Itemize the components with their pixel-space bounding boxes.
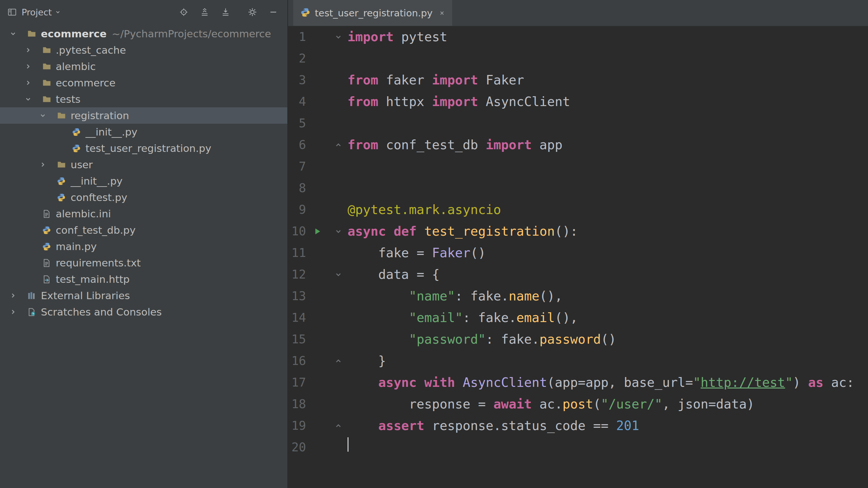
chevron-right-icon[interactable]	[39, 161, 57, 168]
code-editor[interactable]: 1import pytest23from faker import Faker4…	[288, 26, 868, 488]
code-line-12[interactable]: 12 data = {	[288, 264, 868, 285]
chevron-right-icon[interactable]	[25, 63, 42, 70]
scroll-from-source-icon[interactable]	[221, 7, 230, 17]
chevron-right-icon[interactable]	[9, 308, 27, 316]
code-line-4[interactable]: 4from httpx import AsyncClient	[288, 91, 868, 113]
gutter	[329, 328, 347, 350]
line-number: 6	[288, 134, 306, 156]
line-number: 18	[288, 394, 306, 415]
collapse-all-icon[interactable]	[200, 7, 210, 17]
fold-expand-icon[interactable]	[329, 415, 347, 437]
hide-icon[interactable]	[269, 7, 278, 17]
tree-item-test-main-http[interactable]: test_main.http	[0, 271, 287, 287]
gutter	[329, 177, 347, 199]
tree-item-test-user-registration-py[interactable]: test_user_registration.py	[0, 140, 287, 156]
text-caret	[347, 437, 348, 452]
code-line-3[interactable]: 3from faker import Faker	[288, 69, 868, 91]
line-number: 20	[288, 437, 306, 458]
gutter	[306, 177, 329, 199]
tree-item-conftest-py[interactable]: conftest.py	[0, 189, 287, 205]
tree-item-scratches-and-consoles[interactable]: Scratches and Consoles	[0, 304, 287, 320]
line-number: 1	[288, 26, 306, 48]
project-tool-window-icon[interactable]	[7, 7, 17, 17]
code-line-20[interactable]: 20	[288, 437, 868, 458]
code-line-6[interactable]: 6from conf_test_db import app	[288, 134, 868, 156]
tree-item-user[interactable]: user	[0, 156, 287, 173]
tree-item-label: __init__.py	[71, 175, 123, 187]
line-number: 16	[288, 350, 306, 372]
code-line-16[interactable]: 16 }	[288, 350, 868, 372]
code-text: response = await ac.post("/user/", json=…	[347, 394, 754, 415]
code-line-1[interactable]: 1import pytest	[288, 26, 868, 48]
fold-expand-icon[interactable]	[329, 350, 347, 372]
gutter	[306, 264, 329, 285]
code-line-5[interactable]: 5	[288, 113, 868, 134]
gutter	[329, 307, 347, 328]
gutter	[306, 69, 329, 91]
code-line-19[interactable]: 19 assert response.status_code == 201	[288, 415, 868, 437]
run-test-icon[interactable]	[306, 221, 329, 242]
folder-icon	[42, 78, 53, 87]
tree-item-tests[interactable]: tests	[0, 91, 287, 107]
code-line-11[interactable]: 11 fake = Faker()	[288, 242, 868, 264]
code-line-8[interactable]: 8	[288, 177, 868, 199]
gutter	[329, 285, 347, 307]
chevron-down-icon[interactable]	[55, 9, 61, 15]
tree-item-external-libraries[interactable]: External Libraries	[0, 287, 287, 304]
tree-item-init-py[interactable]: __init__.py	[0, 173, 287, 189]
code-line-18[interactable]: 18 response = await ac.post("/user/", js…	[288, 394, 868, 415]
tree-item-alembic[interactable]: alembic	[0, 58, 287, 75]
chevron-down-icon[interactable]	[25, 95, 42, 103]
code-line-7[interactable]: 7	[288, 156, 868, 177]
settings-icon[interactable]	[247, 7, 257, 17]
tree-item-registration[interactable]: registration	[0, 107, 287, 124]
tree-item-ecommerce[interactable]: ecommerce~/PycharmProjects/ecommerce	[0, 26, 287, 42]
textfile-icon	[42, 259, 53, 267]
code-text: from conf_test_db import app	[347, 134, 562, 156]
project-toolbar	[179, 7, 278, 17]
code-text: }	[347, 350, 386, 372]
gutter	[329, 91, 347, 113]
fold-collapse-icon[interactable]	[329, 264, 347, 285]
locate-icon[interactable]	[179, 7, 189, 17]
editor-tab[interactable]: test_user_registration.py	[293, 0, 452, 26]
fold-collapse-icon[interactable]	[329, 26, 347, 48]
code-line-10[interactable]: 10async def test_registration():	[288, 221, 868, 242]
tree-item-label: ecommerce	[56, 77, 116, 89]
tab-close-icon[interactable]	[439, 10, 445, 16]
code-text: from faker import Faker	[347, 69, 524, 91]
folder-icon	[42, 62, 53, 71]
gutter	[306, 48, 329, 69]
libraries-icon	[27, 291, 38, 300]
code-line-13[interactable]: 13 "name": fake.name(),	[288, 285, 868, 307]
tree-item-label: .pytest_cache	[56, 44, 126, 56]
tree-item-label: tests	[56, 93, 81, 105]
tree-item-ecommerce[interactable]: ecommerce	[0, 75, 287, 91]
code-text: "password": fake.password()	[347, 328, 616, 350]
gutter	[306, 134, 329, 156]
chevron-right-icon[interactable]	[25, 47, 42, 54]
fold-collapse-icon[interactable]	[329, 221, 347, 242]
tree-item-init-py[interactable]: __init__.py	[0, 124, 287, 140]
tree-item-alembic-ini[interactable]: alembic.ini	[0, 205, 287, 222]
code-line-17[interactable]: 17 async with AsyncClient(app=app, base_…	[288, 372, 868, 394]
code-line-15[interactable]: 15 "password": fake.password()	[288, 328, 868, 350]
chevron-down-icon[interactable]	[39, 112, 57, 119]
line-number: 8	[288, 177, 306, 199]
gutter	[329, 113, 347, 134]
tree-item-requirements-txt[interactable]: requirements.txt	[0, 255, 287, 271]
chevron-right-icon[interactable]	[25, 79, 42, 86]
fold-expand-icon[interactable]	[329, 134, 347, 156]
line-number: 10	[288, 221, 306, 242]
gutter	[306, 91, 329, 113]
chevron-right-icon[interactable]	[9, 292, 27, 299]
code-line-9[interactable]: 9@pytest.mark.asyncio	[288, 199, 868, 221]
tree-item-main-py[interactable]: main.py	[0, 238, 287, 255]
code-line-14[interactable]: 14 "email": fake.email(),	[288, 307, 868, 328]
project-panel-title[interactable]: Project	[22, 7, 52, 17]
chevron-down-icon[interactable]	[9, 30, 27, 37]
tree-item-label: main.py	[56, 240, 97, 252]
code-line-2[interactable]: 2	[288, 48, 868, 69]
tree-item-pytest-cache[interactable]: .pytest_cache	[0, 42, 287, 58]
tree-item-conf-test-db-py[interactable]: conf_test_db.py	[0, 222, 287, 238]
